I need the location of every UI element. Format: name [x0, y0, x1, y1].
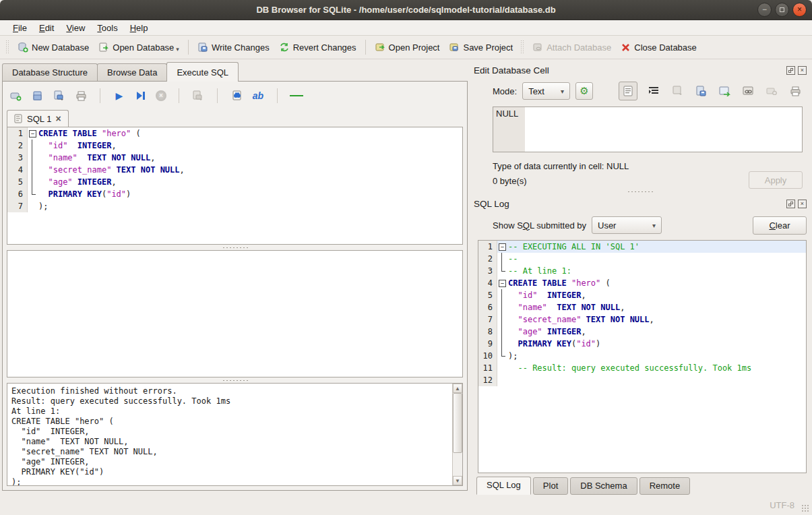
tab-remote[interactable]: Remote [639, 477, 691, 495]
sql1-tab[interactable]: SQL 1 × [7, 110, 69, 127]
save-project-icon [449, 42, 460, 53]
main-toolbar: New Database Open Database ▾ Write Chang… [0, 36, 812, 59]
edit-cell-header: Edit Database Cell × [474, 62, 807, 78]
open-project-icon [375, 42, 385, 53]
sql-log-view[interactable]: 1-- EXECUTING ALL IN 'SQL 1'2--3-- At li… [478, 240, 807, 473]
clear-log-button[interactable]: Clear [753, 216, 807, 235]
find-replace-icon[interactable] [230, 89, 243, 102]
menu-view[interactable]: View [60, 22, 91, 34]
tab-plot[interactable]: Plot [533, 477, 568, 495]
left-panel: Database Structure Browse Data Execute S… [0, 59, 470, 495]
revert-changes-button[interactable]: Revert Changes [274, 39, 361, 55]
scroll-down-icon[interactable]: ▼ [453, 476, 462, 485]
save-results-icon[interactable] [191, 89, 205, 102]
results-grid[interactable] [7, 250, 463, 377]
open-external-link-icon[interactable] [741, 84, 755, 98]
horizontal-splitter[interactable] [7, 245, 463, 250]
sql-log-filter-row: Show SQL submitted by User ▾ Clear [474, 212, 807, 239]
apply-button[interactable]: Apply [749, 171, 803, 189]
close-button[interactable]: × [792, 3, 807, 17]
menu-file[interactable]: File [7, 22, 33, 34]
auto-switch-mode-button[interactable]: ⚙ [575, 82, 593, 100]
save-cell-icon[interactable] [670, 84, 685, 98]
menu-bar: File Edit View Tools Help [0, 20, 812, 36]
horizontal-splitter[interactable] [7, 377, 463, 383]
word-wrap-icon[interactable] [646, 84, 661, 98]
float-dock-icon[interactable] [786, 200, 795, 208]
execution-message[interactable]: Execution finished without errors. Resul… [7, 384, 452, 485]
toolbar-drag-handle[interactable] [520, 40, 525, 55]
tab-sql-log[interactable]: SQL Log [476, 477, 531, 495]
submitted-by-select[interactable]: User ▾ [592, 216, 662, 234]
sql1-tab-close-icon[interactable]: × [55, 113, 61, 124]
text-document-icon[interactable] [619, 82, 637, 100]
cell-type-info: Type of data currently in cell: NULL [493, 159, 749, 174]
execute-current-line-icon[interactable] [134, 89, 148, 102]
import-data-icon[interactable] [693, 84, 708, 98]
menu-edit[interactable]: Edit [33, 22, 60, 34]
scrollbar-thumb[interactable] [453, 393, 462, 453]
mode-select[interactable]: Text ▾ [522, 82, 570, 100]
tab-execute-sql[interactable]: Execute SQL [166, 62, 239, 82]
toolbar-drag-handle[interactable] [5, 40, 10, 55]
format-sql-icon[interactable] [290, 89, 303, 102]
new-database-button[interactable]: New Database [13, 39, 94, 55]
scroll-up-icon[interactable]: ▲ [453, 384, 462, 393]
tab-db-schema[interactable]: DB Schema [570, 477, 637, 495]
attach-database-icon [532, 42, 543, 53]
attach-database-button[interactable]: Attach Database [528, 39, 616, 55]
cell-value-editor[interactable]: NULL [493, 107, 803, 152]
open-sql-file-icon[interactable] [31, 89, 44, 102]
status-bar: UTF-8 [0, 495, 812, 515]
cell-size-info: 0 byte(s) [493, 174, 749, 189]
sql-log-header: SQL Log × [474, 195, 807, 212]
save-sql-file-icon[interactable] [53, 89, 66, 102]
save-project-button[interactable]: Save Project [444, 39, 518, 55]
sql-editor-tab-bar: SQL 1 × [7, 107, 463, 127]
open-project-button[interactable]: Open Project [370, 39, 445, 55]
autocomplete-icon[interactable]: ab [251, 89, 265, 102]
close-dock-icon[interactable]: × [798, 200, 807, 208]
menu-help[interactable]: Help [124, 22, 154, 34]
print-icon[interactable] [74, 89, 88, 102]
dock-splitter[interactable] [474, 189, 807, 194]
right-dock: Edit Database Cell × Mode: Text ▾ ⚙ [470, 59, 812, 495]
execute-all-icon[interactable]: ▶ [113, 89, 126, 102]
maximize-button[interactable] [775, 3, 789, 17]
print-cell-icon[interactable] [788, 84, 803, 98]
title-bar: DB Browser for SQLite - /home/user/code/… [0, 0, 812, 20]
minimize-button[interactable]: − [757, 3, 772, 17]
float-dock-icon[interactable] [786, 66, 795, 75]
close-database-button[interactable]: Close Database [616, 40, 701, 55]
revert-changes-icon [279, 42, 290, 53]
main-tab-bar: Database Structure Browse Data Execute S… [2, 59, 468, 82]
chevron-down-icon: ▾ [652, 222, 656, 229]
sql1-tab-label: SQL 1 [27, 114, 51, 124]
write-changes-button[interactable]: Write Changes [193, 39, 274, 55]
cell-value: NULL [496, 109, 518, 119]
new-sql-tab-icon[interactable] [9, 89, 23, 102]
open-database-icon [98, 42, 109, 53]
sql-document-icon [14, 114, 23, 123]
results-scrollbar[interactable]: ▲ ▼ [452, 384, 462, 485]
sql-editor[interactable]: 1CREATE TABLE "hero" (2 "id" INTEGER,3 "… [7, 127, 463, 245]
tab-browse-data[interactable]: Browse Data [97, 63, 167, 82]
show-sql-label: Show SQL submitted by [493, 220, 586, 231]
stop-execution-icon[interactable]: × [156, 90, 166, 101]
edit-cell-title: Edit Database Cell [474, 65, 784, 75]
resize-grip-icon[interactable] [801, 504, 809, 512]
execution-message-pane: Execution finished without errors. Resul… [7, 383, 463, 486]
export-data-icon[interactable] [717, 84, 732, 98]
execute-sql-toolbar: ▶ × ab [7, 84, 463, 107]
open-database-dropdown-icon[interactable]: ▾ [176, 46, 179, 53]
maximize-icon [780, 7, 784, 12]
set-null-icon[interactable] [764, 84, 779, 98]
encoding-indicator[interactable]: UTF-8 [770, 500, 794, 510]
close-dock-icon[interactable]: × [798, 66, 807, 75]
execute-sql-panel: ▶ × ab SQ [2, 81, 468, 491]
cell-mode-row: Mode: Text ▾ ⚙ [474, 78, 807, 104]
open-database-button[interactable]: Open Database ▾ [94, 39, 184, 55]
menu-tools[interactable]: Tools [91, 22, 123, 34]
new-database-icon [18, 42, 28, 53]
tab-database-structure[interactable]: Database Structure [2, 63, 98, 82]
